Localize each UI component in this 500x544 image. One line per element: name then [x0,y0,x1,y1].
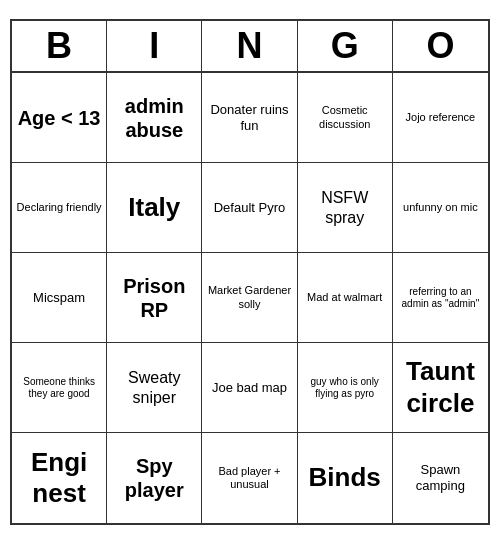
bingo-cell-18: guy who is only flying as pyro [298,343,393,433]
bingo-cell-17: Joe bad map [202,343,297,433]
bingo-cell-23: Binds [298,433,393,523]
bingo-cell-12: Market Gardener solly [202,253,297,343]
bingo-cell-7: Default Pyro [202,163,297,253]
bingo-cell-5: Declaring friendly [12,163,107,253]
bingo-cell-2: Donater ruins fun [202,73,297,163]
bingo-cell-8: NSFW spray [298,163,393,253]
bingo-cell-19: Taunt circle [393,343,488,433]
bingo-cell-3: Cosmetic discussion [298,73,393,163]
bingo-cell-14: referring to an admin as "admin" [393,253,488,343]
bingo-cell-0: Age < 13 [12,73,107,163]
bingo-cell-6: Italy [107,163,202,253]
bingo-cell-15: Someone thinks they are good [12,343,107,433]
bingo-letter-o: O [393,21,488,71]
bingo-letter-n: N [202,21,297,71]
bingo-letter-b: B [12,21,107,71]
bingo-cell-21: Spy player [107,433,202,523]
bingo-cell-9: unfunny on mic [393,163,488,253]
bingo-header: BINGO [12,21,488,73]
bingo-cell-24: Spawn camping [393,433,488,523]
bingo-cell-13: Mad at walmart [298,253,393,343]
bingo-cell-4: Jojo reference [393,73,488,163]
bingo-grid: Age < 13admin abuseDonater ruins funCosm… [12,73,488,523]
bingo-letter-g: G [298,21,393,71]
bingo-card: BINGO Age < 13admin abuseDonater ruins f… [10,19,490,525]
bingo-cell-1: admin abuse [107,73,202,163]
bingo-cell-11: Prison RP [107,253,202,343]
bingo-letter-i: I [107,21,202,71]
bingo-cell-20: Engi nest [12,433,107,523]
bingo-cell-16: Sweaty sniper [107,343,202,433]
bingo-cell-10: Micspam [12,253,107,343]
bingo-cell-22: Bad player + unusual [202,433,297,523]
